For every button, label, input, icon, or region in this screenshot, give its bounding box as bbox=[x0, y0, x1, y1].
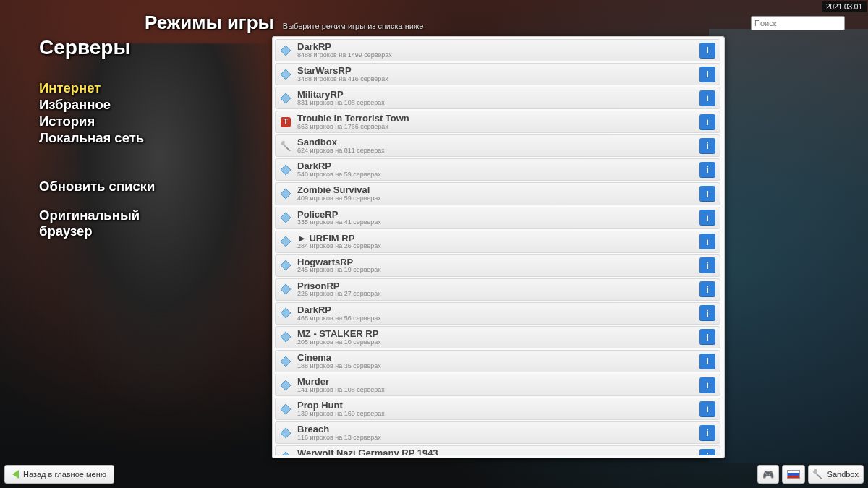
gamemode-row[interactable]: MZ - STALKER RP205 игроков на 10 сервера… bbox=[275, 326, 720, 348]
original-browser-line1: Оригинальный bbox=[39, 207, 155, 223]
gamemode-row[interactable]: Murder141 игроков на 108 серверахi bbox=[275, 374, 720, 396]
gamemode-button-label: Sandbox bbox=[827, 470, 859, 479]
gamemode-text: PrisonRP226 игроков на 27 серверах bbox=[297, 281, 694, 298]
header-subtitle: Выберите режим игры из списка ниже bbox=[283, 22, 424, 30]
gamemode-row[interactable]: StarWarsRP3488 игроков на 416 серверахi bbox=[275, 63, 720, 85]
info-button[interactable]: i bbox=[699, 43, 715, 59]
cube-icon bbox=[280, 331, 292, 343]
gamemode-text: Sandbox624 игроков на 811 серверах bbox=[297, 137, 694, 154]
gamemode-name: Breach bbox=[297, 424, 694, 435]
info-button[interactable]: i bbox=[699, 138, 715, 154]
info-button[interactable]: i bbox=[699, 377, 715, 393]
cube-icon bbox=[280, 451, 292, 455]
info-button[interactable]: i bbox=[699, 210, 715, 226]
info-button[interactable]: i bbox=[699, 114, 715, 130]
ttt-icon: T bbox=[280, 116, 292, 128]
gamemode-name: Prop Hunt bbox=[297, 401, 694, 411]
gamemode-text: MilitaryRP831 игроков на 108 серверах bbox=[297, 90, 694, 106]
gamemode-name: Trouble in Terrorist Town bbox=[297, 114, 694, 124]
sidebar-nav-item-3[interactable]: Локальная сеть bbox=[39, 129, 155, 146]
gamemode-row[interactable]: DarkRP540 игроков на 59 серверахi bbox=[275, 158, 720, 181]
gamemode-row[interactable]: Prop Hunt139 игроков на 169 серверахi bbox=[275, 398, 720, 420]
controller-button[interactable]: 🎮 bbox=[757, 465, 779, 484]
gamemode-name: MilitaryRP bbox=[297, 90, 694, 100]
info-button[interactable]: i bbox=[699, 281, 715, 297]
gamemode-text: StarWarsRP3488 игроков на 416 серверах bbox=[297, 66, 694, 82]
gamemode-name: Werwolf Nazi Germany RP 1943 bbox=[297, 448, 694, 455]
gamemode-row[interactable]: Werwolf Nazi Germany RP 1943113 игроков … bbox=[275, 445, 720, 455]
cube-icon bbox=[280, 188, 292, 200]
gamemode-row[interactable]: Zombie Survival409 игроков на 59 сервера… bbox=[275, 182, 720, 205]
language-button[interactable] bbox=[782, 465, 805, 484]
gamemode-scroll[interactable]: DarkRP8488 игроков на 1499 серверахiStar… bbox=[275, 39, 722, 455]
search-input[interactable] bbox=[751, 16, 845, 30]
gamemode-meta: 205 игроков на 10 серверах bbox=[297, 339, 694, 346]
header: Режимы игры Выберите режим игры из списк… bbox=[145, 12, 423, 34]
cube-icon bbox=[280, 212, 292, 223]
search-box bbox=[751, 16, 845, 30]
gamemode-row[interactable]: PrisonRP226 игроков на 27 серверахi bbox=[275, 278, 720, 301]
gamemode-text: DarkRP468 игроков на 56 серверах bbox=[297, 305, 694, 322]
gamemode-row[interactable]: Breach116 игроков на 13 серверахi bbox=[275, 421, 720, 444]
info-button[interactable]: i bbox=[699, 354, 715, 369]
info-button[interactable]: i bbox=[699, 257, 715, 273]
info-button[interactable]: i bbox=[699, 186, 715, 202]
gamemode-row[interactable]: HogwartsRP245 игроков на 19 серверахi bbox=[275, 254, 720, 277]
gamemode-name: PoliceRP bbox=[297, 210, 694, 220]
info-button[interactable]: i bbox=[699, 234, 715, 249]
back-button[interactable]: Назад в главное меню bbox=[4, 465, 114, 484]
wrench-icon bbox=[813, 469, 823, 479]
gamemode-meta: 624 игроков на 811 серверах bbox=[297, 147, 694, 154]
info-button[interactable]: i bbox=[699, 401, 715, 417]
gamemode-row[interactable]: DarkRP8488 игроков на 1499 серверахi bbox=[275, 39, 720, 61]
gamemode-text: Murder141 игроков на 108 серверах bbox=[297, 377, 694, 393]
gamemode-text: Werwolf Nazi Germany RP 1943113 игроков … bbox=[297, 448, 694, 455]
gamemode-row[interactable]: Cinema188 игроков на 35 серверахi bbox=[275, 350, 720, 372]
refresh-lists[interactable]: Обновить списки bbox=[39, 179, 155, 194]
gamemode-meta: 3488 игроков на 416 серверах bbox=[297, 76, 694, 82]
gamemode-meta: 540 игроков на 59 серверах bbox=[297, 171, 694, 178]
gamemode-name: DarkRP bbox=[297, 42, 694, 52]
info-button[interactable]: i bbox=[699, 305, 715, 321]
gamemode-row[interactable]: TTrouble in Terrorist Town663 игроков на… bbox=[275, 111, 720, 133]
gamemode-name: HogwartsRP bbox=[297, 257, 694, 267]
sidebar-title: Серверы bbox=[39, 36, 155, 59]
bottom-right-bar: 🎮 Sandbox bbox=[757, 465, 864, 484]
bottom-left-bar: Назад в главное меню bbox=[4, 465, 114, 484]
sidebar-nav: ИнтернетИзбранноеИсторияЛокальная сеть bbox=[39, 80, 155, 147]
back-button-label: Назад в главное меню bbox=[23, 470, 106, 479]
gamemode-meta: 188 игроков на 35 серверах bbox=[297, 363, 694, 369]
info-button[interactable]: i bbox=[699, 67, 715, 82]
info-button[interactable]: i bbox=[699, 329, 715, 345]
info-button[interactable]: i bbox=[699, 425, 715, 441]
info-button[interactable]: i bbox=[699, 449, 715, 455]
gamemode-row[interactable]: MilitaryRP831 игроков на 108 серверахi bbox=[275, 87, 720, 109]
cube-icon bbox=[280, 93, 292, 104]
sidebar-nav-item-2[interactable]: История bbox=[39, 113, 155, 129]
gamemode-row[interactable]: ► URFIM RP284 игроков на 26 серверахi bbox=[275, 231, 720, 253]
gamemode-text: Prop Hunt139 игроков на 169 серверах bbox=[297, 401, 694, 417]
sidebar-nav-item-0[interactable]: Интернет bbox=[39, 80, 155, 96]
cube-icon bbox=[280, 403, 292, 415]
gamemode-button[interactable]: Sandbox bbox=[808, 465, 864, 484]
gamemode-meta: 468 игроков на 56 серверах bbox=[297, 315, 694, 322]
gamemode-row[interactable]: PoliceRP335 игроков на 41 серверахi bbox=[275, 207, 720, 229]
sidebar-nav-item-1[interactable]: Избранное bbox=[39, 96, 155, 113]
gamemode-meta: 831 игроков на 108 серверах bbox=[297, 100, 694, 106]
cube-icon bbox=[280, 69, 292, 80]
cube-icon bbox=[280, 356, 292, 367]
gamemode-text: Zombie Survival409 игроков на 59 сервера… bbox=[297, 185, 694, 202]
gamemode-text: Breach116 игроков на 13 серверах bbox=[297, 424, 694, 441]
controller-icon: 🎮 bbox=[762, 469, 774, 480]
info-button[interactable]: i bbox=[699, 162, 715, 178]
gamemode-meta: 663 игроков на 1766 серверах bbox=[297, 124, 694, 130]
gamemode-row[interactable]: Sandbox624 игроков на 811 серверахi bbox=[275, 134, 720, 157]
gamemode-meta: 335 игроков на 41 серверах bbox=[297, 219, 694, 226]
gamemode-text: PoliceRP335 игроков на 41 серверах bbox=[297, 210, 694, 226]
info-button[interactable]: i bbox=[699, 90, 715, 106]
gamemode-name: Murder bbox=[297, 377, 694, 387]
gamemode-meta: 8488 игроков на 1499 серверах bbox=[297, 52, 694, 59]
cube-icon bbox=[280, 380, 292, 391]
gamemode-row[interactable]: DarkRP468 игроков на 56 серверахi bbox=[275, 302, 720, 325]
original-browser[interactable]: Оригинальный браузер bbox=[39, 207, 155, 239]
